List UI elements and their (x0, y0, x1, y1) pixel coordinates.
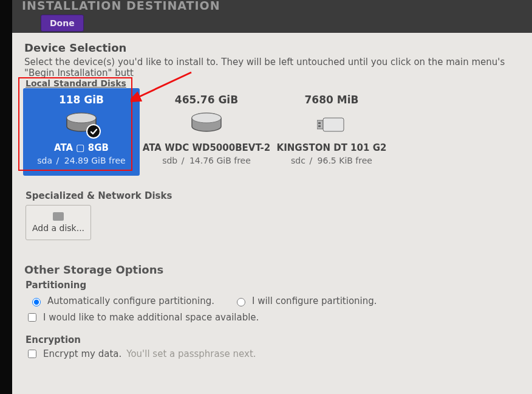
network-disks-legend: Specialized & Network Disks (26, 190, 522, 201)
other-storage-heading: Other Storage Options (24, 263, 522, 276)
page-title: INSTALLATION DESTINATION (22, 0, 220, 12)
svg-rect-4 (317, 120, 323, 129)
manual-partition-label: I will configure partitioning. (252, 296, 377, 306)
disk-size: 118 GiB (59, 94, 104, 106)
auto-partition-radio[interactable]: Automatically configure partitioning. (29, 296, 214, 306)
reclaim-space-input[interactable] (28, 313, 36, 322)
screen: INSTALLATION DESTINATION Done Device Sel… (0, 0, 532, 394)
svg-point-3 (192, 113, 221, 123)
titlebar: INSTALLATION DESTINATION Done (12, 0, 532, 33)
disk-name: ATA WDC WD5000BEVT-2 (143, 142, 270, 153)
partitioning-legend: Partitioning (26, 280, 522, 291)
usb-drive-icon (315, 112, 349, 136)
encrypt-label: Encrypt my data. (43, 348, 121, 359)
local-disks-row: 118 GiB ATA ▢ 8GB sda / 24.89 GiB free (23, 88, 522, 176)
add-disk-icon (53, 212, 64, 221)
encryption-legend: Encryption (26, 334, 522, 345)
check-icon (86, 124, 101, 139)
disk-size: 465.76 GiB (175, 94, 238, 106)
device-selection-description: Select the device(s) you'd like to insta… (24, 57, 522, 78)
encrypt-checkbox[interactable]: Encrypt my data. You'll set a passphrase… (26, 348, 522, 360)
device-selection-heading: Device Selection (24, 41, 522, 54)
disk-sda[interactable]: 118 GiB ATA ▢ 8GB sda / 24.89 GiB free (23, 88, 140, 176)
disk-name: KINGSTON DT 101 G2 (277, 142, 387, 153)
auto-partition-label: Automatically configure partitioning. (47, 296, 214, 306)
disk-free: sdb / 14.76 GiB free (162, 156, 251, 165)
reclaim-space-label: I would like to make additional space av… (43, 312, 259, 323)
hard-drive-icon (64, 112, 98, 136)
main-panel: Device Selection Select the device(s) yo… (12, 33, 532, 394)
disk-sdb[interactable]: 465.76 GiB ATA WDC WD5000BEVT-2 sdb / 14… (148, 88, 265, 176)
add-disk-button[interactable]: Add a disk... (26, 205, 91, 240)
disk-free: sda / 24.89 GiB free (37, 156, 125, 165)
done-button[interactable]: Done (41, 15, 84, 32)
svg-rect-6 (318, 122, 321, 124)
hard-drive-icon (189, 112, 223, 136)
disk-size: 7680 MiB (305, 94, 359, 106)
disk-free: sdc / 96.5 KiB free (291, 156, 372, 165)
local-disks-legend: Local Standard Disks (26, 78, 522, 88)
manual-partition-radio[interactable]: I will configure partitioning. (234, 296, 377, 306)
add-disk-label: Add a disk... (32, 223, 84, 233)
manual-partition-input[interactable] (237, 298, 245, 306)
reclaim-space-checkbox[interactable]: I would like to make additional space av… (26, 311, 522, 323)
svg-rect-7 (318, 125, 321, 127)
encrypt-hint: You'll set a passphrase next. (126, 348, 256, 359)
svg-point-1 (67, 113, 96, 123)
encrypt-input[interactable] (28, 350, 36, 358)
disk-sdc[interactable]: 7680 MiB KINGSTON DT 101 G2 sdc / 96.5 K… (273, 88, 390, 176)
auto-partition-input[interactable] (32, 298, 41, 306)
svg-rect-5 (323, 118, 344, 131)
disk-name: ATA ▢ 8GB (54, 142, 109, 153)
